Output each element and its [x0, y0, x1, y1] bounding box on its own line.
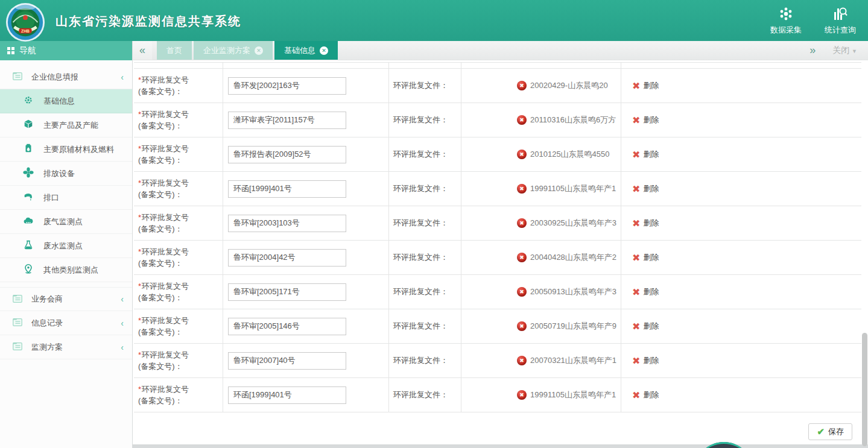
sidebar-item-主要产品及产能[interactable]: 主要产品及产能	[0, 113, 132, 137]
delete-button[interactable]: ✖ 删除	[632, 286, 659, 298]
sidebar-item-其他类别监测点[interactable]: 其他类别监测点	[0, 258, 132, 282]
sidebar-item-label: 废气监测点	[43, 216, 83, 227]
doc-number-input[interactable]	[228, 112, 346, 129]
doc-number-input[interactable]	[228, 77, 346, 95]
page-title: 山东省污染源监测信息共享系统	[55, 13, 241, 30]
delete-button[interactable]: ✖ 删除	[632, 80, 659, 92]
delete-button[interactable]: ✖ 删除	[632, 355, 659, 367]
doc-number-label: *环评批复文号(备案文号)：	[138, 383, 189, 406]
remove-file-icon[interactable]: ✖	[517, 218, 527, 228]
doc-number-input[interactable]	[228, 352, 346, 370]
sidebar-group-label: 信息记录	[31, 318, 63, 329]
remove-file-icon[interactable]: ✖	[517, 115, 527, 125]
remove-file-icon[interactable]: ✖	[517, 321, 527, 331]
remove-file-icon[interactable]: ✖	[517, 150, 527, 159]
remove-file-icon[interactable]: ✖	[517, 253, 527, 262]
sidebar-item-废水监测点[interactable]: 废水监测点	[0, 234, 132, 258]
delete-button[interactable]: ✖ 删除	[632, 390, 659, 401]
remove-file-icon[interactable]: ✖	[517, 81, 527, 90]
tab-2[interactable]: 企业监测方案✕	[194, 41, 273, 60]
delete-button[interactable]: ✖ 删除	[632, 149, 659, 160]
file-name: 20040428山东晨鸣年产2	[530, 252, 616, 263]
tab-close-icon[interactable]: ✕	[255, 46, 263, 55]
table-row: *环评批复文号(备案文号)： 环评批复文件： ✖ 20020429-山东晨鸣20…	[134, 69, 861, 103]
file-label: 环评批复文件：	[393, 149, 448, 160]
table-row: *环评批复文号(备案文号)： 环评批复文件： ✖ 2010125山东晨鸣4550…	[134, 137, 861, 172]
tab-1[interactable]: 首页	[157, 41, 192, 60]
doc-number-input[interactable]	[228, 180, 346, 198]
close-menu-button[interactable]: 关闭 ▼	[832, 45, 857, 56]
tabs-scroll-left-button[interactable]: «	[133, 41, 152, 60]
delete-x-icon: ✖	[632, 183, 640, 195]
sidebar-item-排口[interactable]: 排口	[0, 186, 132, 210]
delete-label: 删除	[643, 80, 659, 91]
statistics-query-button[interactable]: 统计查询	[821, 5, 860, 37]
file-label: 环评批复文件：	[393, 286, 448, 297]
remove-file-icon[interactable]: ✖	[517, 356, 527, 365]
sidebar-item-排放设备[interactable]: 排放设备	[0, 162, 132, 186]
remove-file-icon[interactable]: ✖	[517, 390, 527, 400]
doc-number-input[interactable]	[228, 215, 346, 232]
table-row: *环评批复文号(备案文号)： 环评批复文件： ✖ 20050913山东晨鸣年产3…	[134, 275, 861, 309]
folder-icon	[12, 341, 23, 352]
file-name: 19991105山东晨鸣年产1	[530, 390, 616, 400]
sidebar-item-主要原辅材料及燃料[interactable]: 主要原辅材料及燃料	[0, 137, 132, 162]
doc-number-label: *环评批复文号(备案文号)：	[138, 212, 189, 235]
tab-label: 企业监测方案	[203, 45, 250, 56]
sidebar-title: 导航	[19, 45, 36, 56]
required-asterisk: *	[138, 247, 141, 256]
remove-file-icon[interactable]: ✖	[517, 184, 527, 194]
app-header: ZHB 山东省污染源监测信息共享系统 数据采集 统计查询	[0, 0, 868, 41]
delete-button[interactable]: ✖ 删除	[632, 183, 659, 195]
doc-number-input[interactable]	[228, 249, 346, 267]
file-label: 环评批复文件：	[393, 390, 448, 400]
grid-icon	[7, 47, 14, 54]
tabs-scroll-right-button[interactable]: »	[809, 44, 816, 57]
sidebar-group-label: 企业信息填报	[31, 72, 78, 83]
sidebar-item-基础信息[interactable]: 基础信息	[0, 89, 132, 113]
sidebar: 导航 企业信息填报‹基础信息主要产品及产能主要原辅材料及燃料排放设备排口废气监测…	[0, 41, 133, 448]
vertical-scrollbar-thumb[interactable]	[862, 333, 867, 446]
sidebar-group-2[interactable]: 业务会商‹	[0, 287, 132, 311]
doc-number-label: *环评批复文号(备案文号)：	[138, 109, 189, 131]
required-asterisk: *	[138, 178, 141, 188]
doc-number-input[interactable]	[228, 146, 346, 163]
doc-number-label: *环评批复文号(备案文号)：	[138, 143, 189, 166]
remove-file-icon[interactable]: ✖	[517, 287, 527, 297]
file-label: 环评批复文件：	[393, 115, 448, 125]
cloud-icon	[23, 215, 34, 226]
required-asterisk: *	[138, 110, 141, 119]
delete-button[interactable]: ✖ 删除	[632, 115, 659, 126]
folder-icon	[12, 71, 23, 81]
delete-x-icon: ✖	[632, 390, 640, 401]
sidebar-item-label: 排口	[43, 192, 59, 203]
delete-button[interactable]: ✖ 删除	[632, 321, 659, 332]
delete-x-icon: ✖	[632, 286, 640, 298]
folder-icon	[12, 317, 23, 327]
close-menu-label: 关闭	[832, 45, 849, 55]
sidebar-group-1[interactable]: 企业信息填报‹	[0, 65, 132, 89]
delete-label: 删除	[643, 355, 659, 366]
sidebar-item-废气监测点[interactable]: 废气监测点	[0, 210, 132, 234]
sidebar-group-4[interactable]: 监测方案‹	[0, 335, 132, 359]
save-button[interactable]: ✔ 保存	[808, 423, 852, 440]
delete-label: 删除	[643, 252, 659, 263]
table-row: *环评批复文号(备案文号)： 环评批复文件： ✖ 20050719山东晨鸣年产9…	[134, 309, 861, 344]
app-logo-icon: ZHB	[5, 1, 46, 43]
doc-number-input[interactable]	[228, 283, 346, 301]
doc-number-input[interactable]	[228, 318, 346, 335]
file-label: 环评批复文件：	[393, 80, 448, 91]
delete-button[interactable]: ✖ 删除	[632, 252, 659, 263]
tab-close-icon[interactable]: ✕	[320, 46, 328, 55]
doc-number-input[interactable]	[228, 386, 346, 404]
file-name: 20020429-山东晨鸣20	[530, 80, 608, 91]
doc-number-label: *环评批复文号(备案文号)：	[138, 74, 189, 97]
tab-3[interactable]: 基础信息✕	[274, 41, 338, 60]
sidebar-group-3[interactable]: 信息记录‹	[0, 311, 132, 335]
tab-label: 基础信息	[284, 45, 315, 56]
data-collection-button[interactable]: 数据采集	[767, 5, 805, 37]
sidebar-item-label: 主要原辅材料及燃料	[43, 144, 114, 155]
delete-button[interactable]: ✖ 删除	[632, 218, 659, 229]
caret-down-icon: ▼	[852, 48, 857, 54]
sidebar-group-label: 监测方案	[31, 342, 63, 353]
